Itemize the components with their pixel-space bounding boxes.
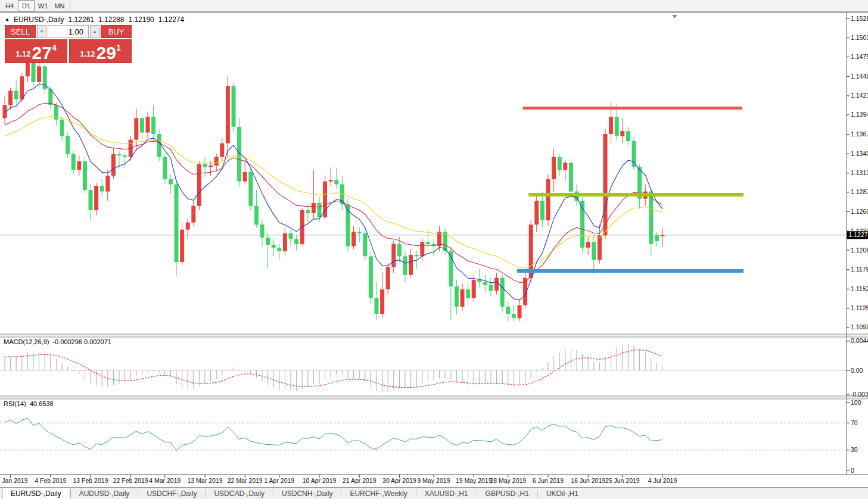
ma-slow-line: [5, 117, 662, 269]
price-chart-canvas[interactable]: 1.152851.150151.147501.144801.142101.139…: [0, 13, 868, 487]
svg-text:22 Mar 2019: 22 Mar 2019: [228, 477, 263, 484]
ohlc-high-value: 1.12288: [98, 15, 124, 24]
svg-text:0.004465: 0.004465: [851, 337, 868, 344]
period-button-mn[interactable]: MN: [51, 0, 68, 11]
chart-tabs-bar: EURUSD-,Daily AUDUSD-,Daily USDCHF-,Dail…: [0, 487, 868, 499]
sell-price-pip-digit: 4: [52, 43, 57, 52]
svg-text:1.13405: 1.13405: [851, 150, 868, 157]
svg-text:13 Mar 2019: 13 Mar 2019: [188, 477, 223, 484]
svg-text:1.14210: 1.14210: [851, 92, 868, 99]
svg-text:9 May 2019: 9 May 2019: [418, 477, 450, 484]
subwindow-collapse-icon[interactable]: [672, 15, 677, 18]
current-price-tag: 1.12274: [847, 231, 868, 239]
indicator-grid-lines: [0, 370, 847, 450]
sell-price-prefix: 1.12: [15, 49, 30, 58]
svg-text:1.12274: 1.12274: [849, 231, 868, 238]
svg-text:30: 30: [851, 446, 858, 453]
svg-text:1 Apr 2019: 1 Apr 2019: [264, 477, 294, 484]
tab-gbpusd-h1[interactable]: GBPUSD-,H1: [477, 488, 537, 499]
chart-window[interactable]: 1.152851.150151.147501.144801.142101.139…: [0, 12, 868, 487]
macd-signal-line: [5, 350, 662, 388]
tab-eurchf-weekly[interactable]: EURCHF-,Weekly: [341, 488, 415, 499]
svg-text:25 Jun 2019: 25 Jun 2019: [605, 477, 640, 484]
svg-text:30 Apr 2019: 30 Apr 2019: [382, 477, 416, 484]
svg-text:1.13945: 1.13945: [851, 111, 868, 118]
svg-text:1.10990: 1.10990: [851, 323, 868, 330]
svg-text:6 Jun 2019: 6 Jun 2019: [533, 477, 564, 484]
ohlc-open-value: 1.12261: [69, 15, 94, 24]
ma-fast-line: [5, 84, 662, 300]
macd-histogram: [5, 344, 662, 392]
one-click-trading-panel: SELL ▼ ▲ BUY 1.12 27 4 1.12 29 1: [5, 25, 132, 63]
buy-price-big-digits: 29: [97, 45, 116, 62]
svg-text:1.15285: 1.15285: [851, 15, 868, 22]
svg-text:1.11255: 1.11255: [851, 304, 868, 311]
svg-text:4 Mar 2019: 4 Mar 2019: [149, 477, 181, 484]
buy-price-display[interactable]: 1.12 29 1: [69, 39, 132, 63]
buy-price-pip-digit: 1: [116, 43, 121, 52]
svg-text:1.12870: 1.12870: [851, 188, 868, 195]
period-button-d1[interactable]: D1: [18, 0, 35, 11]
buy-button[interactable]: BUY: [101, 25, 132, 38]
svg-text:10 Apr 2019: 10 Apr 2019: [303, 477, 337, 484]
tab-ukoil-h1[interactable]: UKOil-,H1: [538, 488, 587, 499]
tab-usdchf-daily[interactable]: USDCHF-,Daily: [138, 488, 205, 499]
trade-controls-row: SELL ▼ ▲ BUY: [5, 25, 132, 38]
ohlc-close-value: 1.12274: [158, 15, 184, 24]
period-button-w1[interactable]: W1: [35, 0, 51, 11]
svg-text:0: 0: [851, 467, 854, 474]
svg-text:16 Jun 2019: 16 Jun 2019: [571, 477, 605, 484]
svg-text:-0.003715: -0.003715: [851, 391, 868, 398]
svg-text:25 Jan 2019: 25 Jan 2019: [0, 477, 28, 484]
svg-text:13 Feb 2019: 13 Feb 2019: [73, 477, 108, 484]
rsi-name: RSI(14): [4, 400, 26, 407]
svg-text:70: 70: [851, 419, 858, 426]
macd-indicator-label: MACD(12,26,9) -0.000296 0.002071: [4, 338, 111, 345]
svg-text:1.12065: 1.12065: [851, 247, 868, 254]
rsi-indicator-label: RSI(14) 40.6538: [4, 400, 54, 407]
svg-text:1.11795: 1.11795: [851, 266, 868, 273]
candlestick-layer: [3, 57, 665, 322]
svg-text:4 Jul 2019: 4 Jul 2019: [648, 477, 677, 484]
macd-values: -0.000296 0.002071: [52, 338, 111, 345]
tab-xauusd-h1[interactable]: XAUUSD-,H1: [416, 488, 477, 499]
tab-eurusd-daily[interactable]: EURUSD-,Daily: [2, 488, 70, 499]
tab-audusd-daily[interactable]: AUDUSD-,Daily: [71, 488, 138, 499]
date-axis[interactable]: 25 Jan 20194 Feb 201913 Feb 201922 Feb 2…: [0, 475, 677, 484]
collapse-arrow-icon[interactable]: ▲: [5, 17, 10, 22]
tab-usdcnh-daily[interactable]: USDCNH-,Daily: [273, 488, 341, 499]
rsi-value: 40.6538: [30, 400, 54, 407]
svg-text:1.12600: 1.12600: [851, 208, 868, 215]
svg-text:0.00: 0.00: [851, 367, 863, 374]
trade-prices-row: 1.12 27 4 1.12 29 1: [5, 39, 132, 63]
chart-symbol-label: EURUSD-,Daily: [14, 15, 64, 24]
chart-title: ▲ EURUSD-,Daily 1.12261 1.12288 1.12190 …: [5, 15, 184, 24]
svg-text:1.11525: 1.11525: [851, 285, 868, 292]
sell-price-display[interactable]: 1.12 27 4: [5, 39, 67, 63]
svg-text:1.14750: 1.14750: [851, 53, 868, 60]
price-axis[interactable]: 1.152851.150151.147501.144801.142101.139…: [847, 13, 868, 475]
toolbar-separator: [70, 0, 70, 11]
ohlc-low-value: 1.12190: [128, 15, 154, 24]
svg-text:100: 100: [851, 399, 861, 406]
volume-increase-button[interactable]: ▲: [90, 25, 99, 38]
sell-button[interactable]: SELL: [5, 25, 36, 38]
period-button-h4[interactable]: H4: [1, 0, 18, 11]
volume-decrease-button[interactable]: ▼: [37, 25, 46, 38]
volume-input[interactable]: [48, 25, 89, 38]
buy-price-prefix: 1.12: [80, 49, 95, 58]
svg-text:1.13135: 1.13135: [851, 169, 868, 176]
chevron-up-icon: ▲: [93, 30, 97, 33]
tab-usdcad-daily[interactable]: USDCAD-,Daily: [206, 488, 273, 499]
svg-text:1.14480: 1.14480: [851, 73, 868, 80]
svg-text:1.15015: 1.15015: [851, 34, 868, 41]
sell-price-big-digits: 27: [32, 45, 52, 62]
pane-separators: [0, 334, 868, 475]
svg-text:28 May 2019: 28 May 2019: [490, 477, 526, 484]
chevron-down-icon: ▼: [40, 30, 43, 33]
timeframe-toolbar: H4 D1 W1 MN: [0, 0, 868, 12]
svg-text:19 May 2019: 19 May 2019: [456, 477, 492, 484]
svg-text:1.13675: 1.13675: [851, 130, 868, 138]
svg-text:21 Apr 2019: 21 Apr 2019: [343, 477, 377, 484]
macd-name: MACD(12,26,9): [4, 338, 49, 345]
